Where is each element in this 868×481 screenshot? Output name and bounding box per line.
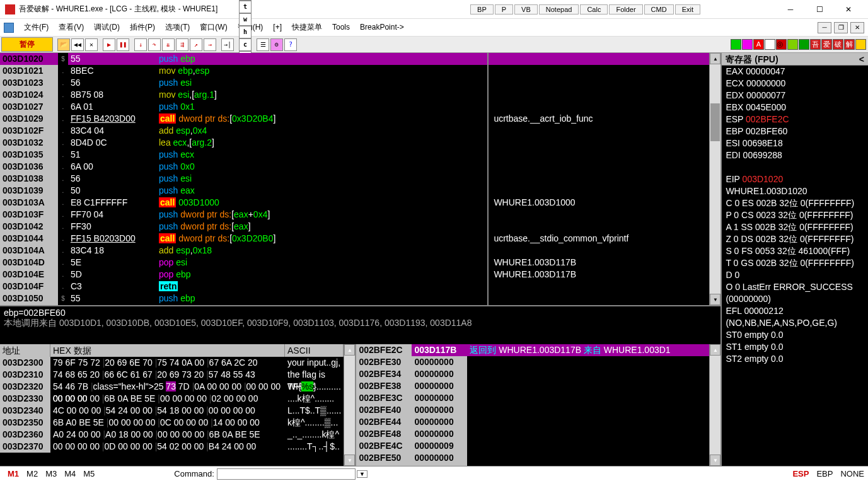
plugin-icon-4[interactable]: ◎ bbox=[776, 39, 787, 50]
stack-comment[interactable] bbox=[467, 440, 709, 452]
dump-addr[interactable]: 003D2310 bbox=[0, 369, 50, 381]
stack-comment[interactable] bbox=[467, 356, 709, 368]
disasm-bytes[interactable]: 55 bbox=[68, 53, 156, 65]
register-row[interactable]: EFL 00000212 (NO,NB,NE,A,NS,PO,GE,G) bbox=[726, 305, 864, 317]
register-row[interactable]: EBX 0045E000 bbox=[726, 101, 864, 113]
disasm-instr[interactable]: push 0x0 bbox=[156, 161, 487, 173]
memory-tab-m5[interactable]: M5 bbox=[79, 469, 98, 478]
top-btn-calc[interactable]: Calc bbox=[580, 4, 608, 14]
disasm-comment[interactable] bbox=[489, 65, 709, 77]
register-row[interactable]: EAX 00000047 bbox=[726, 66, 864, 78]
rewind-icon[interactable]: ◀◀ bbox=[71, 38, 84, 51]
scroll-up-icon[interactable]: ▲ bbox=[710, 53, 720, 64]
menu-item[interactable]: 选项(T) bbox=[160, 21, 195, 33]
disasm-instr[interactable]: retn bbox=[156, 281, 487, 293]
toolbar-letter-w[interactable]: w bbox=[239, 13, 252, 26]
chevron-left-icon[interactable]: < bbox=[859, 53, 864, 65]
disasm-bytes[interactable]: 8BEC bbox=[68, 65, 156, 77]
command-input[interactable] bbox=[217, 468, 356, 480]
execute-till-return-icon[interactable]: ↗ bbox=[190, 38, 202, 51]
top-btn-folder[interactable]: Folder bbox=[609, 4, 642, 14]
disasm-instr[interactable]: push 0x1 bbox=[156, 101, 487, 113]
disasm-bytes[interactable]: 6A 00 bbox=[68, 161, 156, 173]
stack-addr[interactable]: 002BFE44 bbox=[356, 416, 412, 428]
close-button[interactable]: ✕ bbox=[834, 1, 863, 18]
disasm-addr[interactable]: 003D1027 bbox=[0, 101, 58, 113]
dump-scrollbar[interactable]: ▲ ▼ bbox=[344, 344, 355, 466]
memory-tab-m3[interactable]: M3 bbox=[42, 469, 61, 478]
register-row[interactable]: S 0 FS 0053 32位 461000(FFF) bbox=[726, 245, 864, 257]
disasm-instr[interactable]: push ecx bbox=[156, 149, 487, 161]
dump-hex[interactable]: 6B A0 BE 5E |00 00 00 00 |0C 00 00 00 |1… bbox=[50, 417, 285, 429]
stack-addr[interactable]: 002BFE34 bbox=[356, 368, 412, 380]
disasm-instr[interactable]: push esi bbox=[156, 77, 487, 89]
scroll-up-icon[interactable]: ▲ bbox=[344, 344, 355, 356]
dump-hex[interactable]: A0 24 00 00 |A0 18 00 00 |00 00 00 00 |6… bbox=[50, 429, 285, 441]
scroll-thumb[interactable] bbox=[710, 103, 720, 141]
dump-hex[interactable]: 00 00 00 00 |0D 00 00 00 |54 02 00 00 |B… bbox=[50, 441, 285, 453]
disasm-comment[interactable]: ucrtbase.__stdio_common_vfprintf bbox=[489, 233, 709, 245]
disasm-instr[interactable]: lea ecx,[arg.2] bbox=[156, 137, 487, 149]
status-ebp[interactable]: EBP bbox=[816, 469, 833, 478]
disasm-comment[interactable] bbox=[489, 125, 709, 137]
stack-value[interactable]: 003D117B bbox=[412, 344, 467, 356]
stack-comment[interactable] bbox=[467, 428, 709, 440]
stack-comment[interactable] bbox=[467, 392, 709, 404]
stack-value[interactable]: 00000000 bbox=[412, 356, 467, 368]
disasm-instr[interactable]: push esi bbox=[156, 173, 487, 185]
toolbar-letter-c[interactable]: c bbox=[239, 38, 252, 51]
disasm-bytes[interactable]: FF15 B4203D00 bbox=[68, 113, 156, 125]
disasm-bytes[interactable]: FF30 bbox=[68, 221, 156, 233]
goto-icon[interactable]: →| bbox=[221, 38, 234, 51]
disasm-comment[interactable] bbox=[489, 149, 709, 161]
disasm-comment[interactable]: WHURE1.003D117B bbox=[489, 257, 709, 269]
disasm-bytes[interactable]: 51 bbox=[68, 149, 156, 161]
disasm-addr[interactable]: 003D1039 bbox=[0, 185, 58, 197]
disasm-comment[interactable]: WHURE1.003D117B bbox=[489, 269, 709, 281]
dump-row[interactable]: 003D2370 00 00 00 00 |0D 00 00 00 |54 02… bbox=[0, 441, 344, 453]
disasm-bytes[interactable]: FF15 B0203D00 bbox=[68, 233, 156, 245]
plugin-icon-po[interactable]: 破 bbox=[833, 39, 843, 50]
disasm-addr[interactable]: 003D103F bbox=[0, 209, 58, 221]
disasm-comment[interactable] bbox=[489, 77, 709, 89]
register-row[interactable]: C 0 ES 002B 32位 0(FFFFFFFF) bbox=[726, 197, 864, 209]
menu-item[interactable]: Tools bbox=[327, 21, 355, 33]
stack-value[interactable]: 00000000 bbox=[412, 392, 467, 404]
memory-tab-m1[interactable]: M1 bbox=[4, 469, 23, 478]
disasm-instr[interactable]: pop esi bbox=[156, 257, 487, 269]
disasm-bytes[interactable]: 5D bbox=[68, 269, 156, 281]
trace-over-icon[interactable]: ⇶ bbox=[176, 38, 188, 51]
stack-value[interactable]: 00000000 bbox=[412, 416, 467, 428]
top-btn-notepad[interactable]: Notepad bbox=[539, 4, 579, 14]
status-none[interactable]: NONE bbox=[840, 469, 864, 478]
menu-item[interactable]: BreakPoint-> bbox=[355, 21, 409, 33]
disasm-comment[interactable] bbox=[489, 245, 709, 257]
options-icon[interactable]: ⚙ bbox=[270, 38, 283, 51]
plugin-icon-2[interactable] bbox=[742, 39, 753, 50]
top-btn-bp[interactable]: BP bbox=[470, 4, 494, 14]
stack-comment[interactable] bbox=[467, 368, 709, 380]
stack-comment[interactable] bbox=[467, 380, 709, 392]
app-menu-icon[interactable] bbox=[4, 23, 14, 33]
menu-item[interactable]: 文件(F) bbox=[19, 21, 54, 33]
mdi-minimize-button[interactable]: ─ bbox=[818, 22, 831, 33]
dump-hex[interactable]: 79 6F 75 72 |20 69 6E 70 |75 74 0A 00 |6… bbox=[50, 357, 285, 369]
disasm-addr[interactable]: 003D103A bbox=[0, 197, 58, 209]
dump-ascii[interactable]: the flag is WHUC bbox=[285, 369, 344, 381]
register-row[interactable]: D 0 bbox=[726, 269, 864, 281]
plugin-icon-a[interactable]: A bbox=[753, 39, 764, 50]
menu-item[interactable]: 查看(V) bbox=[54, 21, 89, 33]
pause-icon[interactable]: ❚❚ bbox=[117, 38, 129, 51]
dump-addr[interactable]: 003D2300 bbox=[0, 357, 50, 369]
run-icon[interactable]: ▶ bbox=[103, 38, 115, 51]
top-btn-cmd[interactable]: CMD bbox=[644, 4, 674, 14]
menu-item[interactable]: 快捷菜单 bbox=[287, 21, 327, 33]
plugin-icon-1[interactable] bbox=[731, 39, 741, 50]
dump-addr[interactable]: 003D2330 bbox=[0, 393, 50, 405]
disasm-instr[interactable]: push dword ptr ds:[eax] bbox=[156, 221, 487, 233]
register-row[interactable]: T 0 GS 002B 32位 0(FFFFFFFF) bbox=[726, 257, 864, 269]
stack-addr[interactable]: 002BFE38 bbox=[356, 380, 412, 392]
disasm-addr[interactable]: 003D102F bbox=[0, 125, 58, 137]
register-row[interactable]: ST1 empty 0.0 bbox=[726, 341, 864, 353]
disasm-comment[interactable] bbox=[489, 221, 709, 233]
